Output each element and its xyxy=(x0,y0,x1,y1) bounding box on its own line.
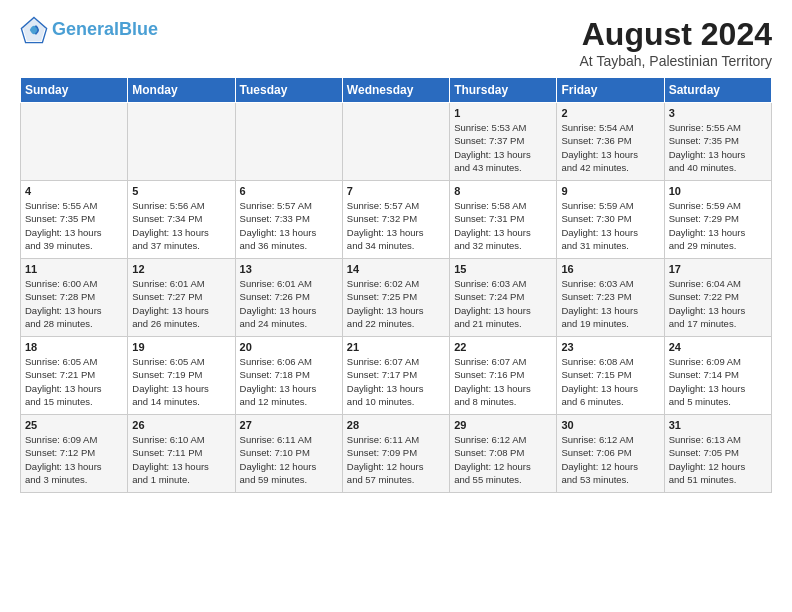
day-info: Sunrise: 5:55 AMSunset: 7:35 PMDaylight:… xyxy=(25,199,123,252)
day-number: 4 xyxy=(25,185,123,197)
calendar-cell: 8Sunrise: 5:58 AMSunset: 7:31 PMDaylight… xyxy=(450,181,557,259)
day-number: 23 xyxy=(561,341,659,353)
calendar-cell: 23Sunrise: 6:08 AMSunset: 7:15 PMDayligh… xyxy=(557,337,664,415)
day-number: 14 xyxy=(347,263,445,275)
day-number: 12 xyxy=(132,263,230,275)
day-number: 17 xyxy=(669,263,767,275)
day-number: 19 xyxy=(132,341,230,353)
day-number: 1 xyxy=(454,107,552,119)
day-info: Sunrise: 6:13 AMSunset: 7:05 PMDaylight:… xyxy=(669,433,767,486)
day-info: Sunrise: 5:57 AMSunset: 7:33 PMDaylight:… xyxy=(240,199,338,252)
day-info: Sunrise: 6:00 AMSunset: 7:28 PMDaylight:… xyxy=(25,277,123,330)
calendar-week-row: 25Sunrise: 6:09 AMSunset: 7:12 PMDayligh… xyxy=(21,415,772,493)
calendar-header-wednesday: Wednesday xyxy=(342,78,449,103)
calendar-header-sunday: Sunday xyxy=(21,78,128,103)
calendar-cell: 31Sunrise: 6:13 AMSunset: 7:05 PMDayligh… xyxy=(664,415,771,493)
calendar-cell: 19Sunrise: 6:05 AMSunset: 7:19 PMDayligh… xyxy=(128,337,235,415)
calendar-header-tuesday: Tuesday xyxy=(235,78,342,103)
calendar-cell: 6Sunrise: 5:57 AMSunset: 7:33 PMDaylight… xyxy=(235,181,342,259)
day-info: Sunrise: 6:11 AMSunset: 7:09 PMDaylight:… xyxy=(347,433,445,486)
day-number: 28 xyxy=(347,419,445,431)
day-info: Sunrise: 5:59 AMSunset: 7:30 PMDaylight:… xyxy=(561,199,659,252)
calendar-cell: 27Sunrise: 6:11 AMSunset: 7:10 PMDayligh… xyxy=(235,415,342,493)
day-number: 26 xyxy=(132,419,230,431)
day-info: Sunrise: 6:09 AMSunset: 7:14 PMDaylight:… xyxy=(669,355,767,408)
day-number: 11 xyxy=(25,263,123,275)
day-info: Sunrise: 6:12 AMSunset: 7:08 PMDaylight:… xyxy=(454,433,552,486)
calendar-header-saturday: Saturday xyxy=(664,78,771,103)
calendar-cell: 13Sunrise: 6:01 AMSunset: 7:26 PMDayligh… xyxy=(235,259,342,337)
calendar-week-row: 1Sunrise: 5:53 AMSunset: 7:37 PMDaylight… xyxy=(21,103,772,181)
calendar-cell: 2Sunrise: 5:54 AMSunset: 7:36 PMDaylight… xyxy=(557,103,664,181)
calendar-cell: 30Sunrise: 6:12 AMSunset: 7:06 PMDayligh… xyxy=(557,415,664,493)
main-title: August 2024 xyxy=(580,16,772,53)
day-info: Sunrise: 6:03 AMSunset: 7:24 PMDaylight:… xyxy=(454,277,552,330)
day-info: Sunrise: 5:56 AMSunset: 7:34 PMDaylight:… xyxy=(132,199,230,252)
day-info: Sunrise: 6:07 AMSunset: 7:17 PMDaylight:… xyxy=(347,355,445,408)
calendar-cell: 3Sunrise: 5:55 AMSunset: 7:35 PMDaylight… xyxy=(664,103,771,181)
calendar-week-row: 4Sunrise: 5:55 AMSunset: 7:35 PMDaylight… xyxy=(21,181,772,259)
calendar-header-thursday: Thursday xyxy=(450,78,557,103)
day-info: Sunrise: 5:53 AMSunset: 7:37 PMDaylight:… xyxy=(454,121,552,174)
calendar-cell xyxy=(21,103,128,181)
day-info: Sunrise: 6:08 AMSunset: 7:15 PMDaylight:… xyxy=(561,355,659,408)
calendar-cell: 9Sunrise: 5:59 AMSunset: 7:30 PMDaylight… xyxy=(557,181,664,259)
day-number: 22 xyxy=(454,341,552,353)
calendar-cell: 21Sunrise: 6:07 AMSunset: 7:17 PMDayligh… xyxy=(342,337,449,415)
day-number: 9 xyxy=(561,185,659,197)
day-number: 6 xyxy=(240,185,338,197)
day-info: Sunrise: 6:05 AMSunset: 7:19 PMDaylight:… xyxy=(132,355,230,408)
day-info: Sunrise: 6:01 AMSunset: 7:26 PMDaylight:… xyxy=(240,277,338,330)
calendar-header-row: SundayMondayTuesdayWednesdayThursdayFrid… xyxy=(21,78,772,103)
day-info: Sunrise: 6:01 AMSunset: 7:27 PMDaylight:… xyxy=(132,277,230,330)
day-number: 20 xyxy=(240,341,338,353)
subtitle: At Taybah, Palestinian Territory xyxy=(580,53,772,69)
day-info: Sunrise: 6:11 AMSunset: 7:10 PMDaylight:… xyxy=(240,433,338,486)
day-info: Sunrise: 6:10 AMSunset: 7:11 PMDaylight:… xyxy=(132,433,230,486)
day-number: 5 xyxy=(132,185,230,197)
page: GeneralBlue August 2024 At Taybah, Pales… xyxy=(0,0,792,612)
title-block: August 2024 At Taybah, Palestinian Terri… xyxy=(580,16,772,69)
calendar-cell xyxy=(235,103,342,181)
day-info: Sunrise: 5:55 AMSunset: 7:35 PMDaylight:… xyxy=(669,121,767,174)
calendar-cell: 16Sunrise: 6:03 AMSunset: 7:23 PMDayligh… xyxy=(557,259,664,337)
day-info: Sunrise: 6:09 AMSunset: 7:12 PMDaylight:… xyxy=(25,433,123,486)
day-info: Sunrise: 6:02 AMSunset: 7:25 PMDaylight:… xyxy=(347,277,445,330)
day-info: Sunrise: 6:07 AMSunset: 7:16 PMDaylight:… xyxy=(454,355,552,408)
calendar-cell: 15Sunrise: 6:03 AMSunset: 7:24 PMDayligh… xyxy=(450,259,557,337)
calendar-cell: 5Sunrise: 5:56 AMSunset: 7:34 PMDaylight… xyxy=(128,181,235,259)
calendar-cell: 7Sunrise: 5:57 AMSunset: 7:32 PMDaylight… xyxy=(342,181,449,259)
day-number: 30 xyxy=(561,419,659,431)
calendar-table: SundayMondayTuesdayWednesdayThursdayFrid… xyxy=(20,77,772,493)
calendar-week-row: 11Sunrise: 6:00 AMSunset: 7:28 PMDayligh… xyxy=(21,259,772,337)
day-info: Sunrise: 5:57 AMSunset: 7:32 PMDaylight:… xyxy=(347,199,445,252)
calendar-cell: 29Sunrise: 6:12 AMSunset: 7:08 PMDayligh… xyxy=(450,415,557,493)
calendar-header-monday: Monday xyxy=(128,78,235,103)
day-number: 10 xyxy=(669,185,767,197)
day-number: 7 xyxy=(347,185,445,197)
day-number: 18 xyxy=(25,341,123,353)
day-info: Sunrise: 5:54 AMSunset: 7:36 PMDaylight:… xyxy=(561,121,659,174)
calendar-cell: 1Sunrise: 5:53 AMSunset: 7:37 PMDaylight… xyxy=(450,103,557,181)
logo-text: GeneralBlue xyxy=(52,20,158,40)
day-number: 3 xyxy=(669,107,767,119)
calendar-cell: 17Sunrise: 6:04 AMSunset: 7:22 PMDayligh… xyxy=(664,259,771,337)
calendar-cell xyxy=(128,103,235,181)
day-number: 24 xyxy=(669,341,767,353)
calendar-cell xyxy=(342,103,449,181)
day-info: Sunrise: 6:06 AMSunset: 7:18 PMDaylight:… xyxy=(240,355,338,408)
logo: GeneralBlue xyxy=(20,16,158,44)
day-info: Sunrise: 6:05 AMSunset: 7:21 PMDaylight:… xyxy=(25,355,123,408)
day-number: 2 xyxy=(561,107,659,119)
header: GeneralBlue August 2024 At Taybah, Pales… xyxy=(20,16,772,69)
calendar-cell: 20Sunrise: 6:06 AMSunset: 7:18 PMDayligh… xyxy=(235,337,342,415)
calendar-cell: 14Sunrise: 6:02 AMSunset: 7:25 PMDayligh… xyxy=(342,259,449,337)
day-number: 21 xyxy=(347,341,445,353)
day-number: 27 xyxy=(240,419,338,431)
calendar-cell: 11Sunrise: 6:00 AMSunset: 7:28 PMDayligh… xyxy=(21,259,128,337)
calendar-cell: 4Sunrise: 5:55 AMSunset: 7:35 PMDaylight… xyxy=(21,181,128,259)
logo-icon xyxy=(20,16,48,44)
day-info: Sunrise: 6:03 AMSunset: 7:23 PMDaylight:… xyxy=(561,277,659,330)
day-number: 16 xyxy=(561,263,659,275)
day-number: 15 xyxy=(454,263,552,275)
